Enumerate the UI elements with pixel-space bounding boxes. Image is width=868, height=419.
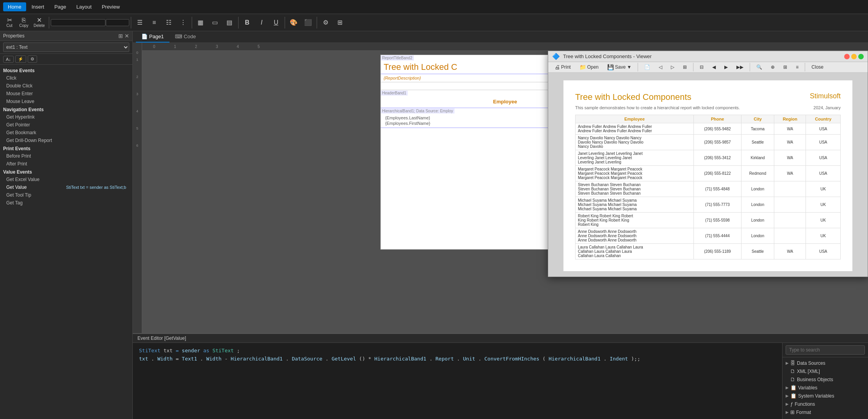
cell-employee: Margaret Peacock Margaret PeacockMargare… [576, 166, 694, 181]
tree-system-variables[interactable]: ▶ 📋 System Variables [782, 392, 868, 400]
menu-home[interactable]: Home [3, 2, 26, 11]
cell-country: UK [806, 197, 841, 213]
data-sources-icon: 🗄 [790, 360, 795, 366]
cell-region: WA [774, 135, 806, 150]
toolbar-input-2[interactable] [106, 19, 129, 26]
settings-button[interactable]: ⚙ [319, 18, 333, 27]
menu-layout[interactable]: Layout [72, 2, 96, 11]
sort-type-button[interactable]: ⚡ [15, 55, 26, 63]
menu-page[interactable]: Page [50, 2, 71, 11]
viewer-search-button[interactable]: 🔍 [753, 63, 765, 71]
italic-button[interactable]: I [255, 18, 269, 27]
viewer-btn-9[interactable]: ⊕ [768, 63, 778, 71]
tree-functions[interactable]: ▶ ƒ Functions [782, 400, 868, 408]
viewer-close-button[interactable]: Close [808, 63, 827, 71]
cell-phone: (71) 555-5598 [694, 213, 741, 228]
tree-data-sources[interactable]: ▶ 🗄 Data Sources [782, 359, 868, 367]
settings-tab-button[interactable]: ⚙ [28, 55, 37, 63]
table-row: Anne Dodsworth Anne DodsworthAnne Dodswo… [576, 228, 841, 244]
viewer-btn-4[interactable]: ⊞ [680, 63, 690, 71]
tree-xml[interactable]: 🗋 XML [XML] [782, 367, 868, 375]
sort-az-button[interactable]: A↓ [3, 56, 14, 63]
bold-button[interactable]: B [240, 18, 254, 27]
event-get-bookmark[interactable]: Get Bookmark [0, 129, 132, 137]
border-inside-button[interactable]: ▤ [223, 18, 237, 27]
cut-icon: ✂ [7, 17, 12, 23]
viewer-save-button[interactable]: 💾 Save ▼ [604, 63, 635, 71]
toolbar-input-1[interactable] [51, 19, 105, 26]
tree-format[interactable]: ▶ ⊞ Format [782, 408, 868, 416]
canvas-area[interactable]: ReportTitleBand2 Tree with Locked C {Rep… [142, 51, 868, 333]
viewer-btn-11[interactable]: ≡ [793, 63, 802, 71]
event-get-drill-down[interactable]: Get Drill-Down Report [0, 137, 132, 144]
viewer-max-btn[interactable] [858, 54, 864, 59]
cell-employee: Anne Dodsworth Anne DodsworthAnne Dodswo… [576, 228, 694, 244]
viewer-open-button[interactable]: 📁 Open [576, 63, 602, 71]
viewer-btn-7[interactable]: ▶ [721, 63, 731, 71]
component-dropdown[interactable]: ext1 : Text [3, 43, 129, 52]
copy-button[interactable]: ⎘ Copy [17, 16, 31, 29]
pin-button[interactable]: ⊞ [118, 33, 123, 39]
underline-button[interactable]: U [269, 18, 283, 27]
viewer-min-btn[interactable] [851, 54, 857, 59]
viewer-btn-5[interactable]: ⊟ [697, 63, 707, 71]
cell-city: Seattle [741, 135, 774, 150]
event-mouse-enter[interactable]: Mouse Enter [0, 90, 132, 98]
sep-2 [131, 17, 131, 28]
close-panel-button[interactable]: ✕ [125, 33, 129, 39]
cell-region: WA [774, 150, 806, 166]
cell-employee: Steven Buchanan Steven BuchananSteven Bu… [576, 181, 694, 197]
cell-region: WA [774, 166, 806, 181]
tab-page1[interactable]: 📄 Page1 [136, 31, 169, 43]
viewer-btn-8[interactable]: ▶▶ [733, 63, 747, 71]
event-after-print[interactable]: After Print [0, 160, 132, 168]
menu-preview[interactable]: Preview [97, 2, 125, 11]
border-all-button[interactable]: ▦ [194, 18, 208, 27]
viewer-btn-10[interactable]: ⊞ [780, 63, 790, 71]
viewer-btn-6[interactable]: ◀ [709, 63, 719, 71]
event-get-hyperlink[interactable]: Get Hyperlink [0, 113, 132, 121]
viewer-title-text: Tree with Locked Components - Viewer [563, 53, 841, 59]
table-row: Michael Suyama Michael SuyamaMichael Suy… [576, 197, 841, 213]
event-click[interactable]: Click [0, 74, 132, 82]
table-row: Nancy Davolio Nancy Davolio NancyDavolio… [576, 135, 841, 150]
viewer-btn-2[interactable]: ◁ [656, 63, 665, 71]
delete-button[interactable]: ✕ Delete [31, 16, 47, 29]
color-button[interactable]: 🎨 [287, 18, 301, 27]
viewer-print-button[interactable]: 🖨 Print [551, 63, 574, 71]
system-variables-arrow: ▶ [786, 394, 789, 398]
doc-date: 2024, January [813, 105, 841, 112]
system-variables-label: System Variables [798, 393, 865, 399]
data-tree: ▶ 🗄 Data Sources 🗋 XML [XML] 🗋 Business … [782, 357, 868, 419]
menu-insert[interactable]: Insert [27, 2, 49, 11]
viewer-btn-3[interactable]: ▷ [668, 63, 677, 71]
align-right-button[interactable]: ☷ [162, 18, 176, 27]
tree-variables[interactable]: ▶ 📋 Variables [782, 383, 868, 392]
doc-company: Stimulsoft [810, 92, 841, 100]
search-input[interactable] [786, 345, 865, 355]
align-center-button[interactable]: ≡ [147, 18, 161, 27]
tree-business-objects[interactable]: 🗋 Business Objects [782, 375, 868, 383]
align-justify-button[interactable]: ⋮ [176, 18, 190, 27]
event-get-excel-value[interactable]: Get Excel Value [0, 176, 132, 183]
cell-city: London [741, 228, 774, 244]
brush-button[interactable]: ⬛ [301, 18, 315, 27]
event-before-print[interactable]: Before Print [0, 152, 132, 160]
event-get-pointer[interactable]: Get Pointer [0, 121, 132, 129]
align-left-button[interactable]: ☰ [133, 18, 147, 27]
get-value-preview: StiText txt = sender as StiText;b [66, 185, 126, 190]
viewer-close-btn[interactable] [844, 54, 850, 59]
event-get-tool-tip[interactable]: Get Tool Tip [0, 191, 132, 199]
arrange-button[interactable]: ⊞ [333, 18, 347, 27]
code-editor[interactable]: StiText txt = sender as StiText ; txt . … [133, 343, 782, 419]
event-mouse-leave[interactable]: Mouse Leave [0, 98, 132, 105]
event-get-value[interactable]: Get Value StiText txt = sender as StiTex… [0, 183, 132, 191]
event-get-tag[interactable]: Get Tag [0, 199, 132, 207]
border-outside-button[interactable]: ▭ [208, 18, 222, 27]
format-label: Format [796, 410, 865, 415]
mouse-events-category: Mouse Events [0, 66, 132, 74]
event-double-click[interactable]: Double Click [0, 82, 132, 90]
tab-code[interactable]: ⌨ Code [169, 31, 201, 43]
cut-button[interactable]: ✂ Cut [2, 16, 16, 29]
viewer-btn-1[interactable]: 📄 [641, 63, 653, 71]
